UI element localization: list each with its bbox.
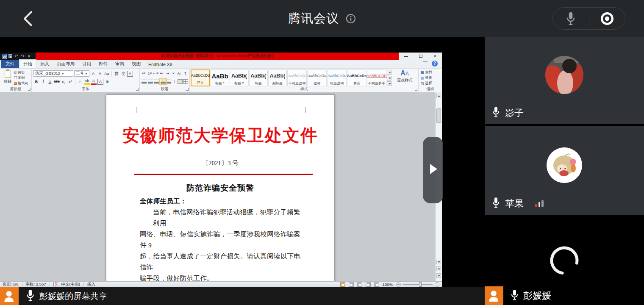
borders-button[interactable] [183, 79, 188, 84]
word-logo-icon[interactable]: W [2, 54, 7, 59]
tab-insert[interactable]: 插入 [36, 60, 53, 68]
help-icon[interactable]: ? [432, 61, 438, 67]
highlight-color-button[interactable]: ab [84, 78, 90, 85]
scroll-up-icon[interactable] [436, 94, 441, 98]
format-painter-button[interactable]: 格式刷 [14, 81, 30, 86]
show-marks-button[interactable]: ¶ [183, 70, 188, 77]
style-heading1[interactable]: AaBb标题 1 [211, 69, 229, 86]
spellcheck-icon[interactable] [53, 283, 58, 286]
find-button[interactable]: 查找 [421, 70, 440, 75]
paste-button[interactable]: 粘贴 [1, 69, 14, 86]
decrease-indent-button[interactable]: ⇤ [159, 70, 164, 77]
tab-review[interactable]: 审阅 [111, 60, 128, 68]
minimize-icon[interactable] [404, 56, 408, 57]
info-icon[interactable] [346, 14, 356, 24]
draft-view-button[interactable] [374, 282, 379, 287]
bold-button[interactable]: B [33, 78, 39, 85]
style-emphasis[interactable]: AaBbCcDd强调 [307, 69, 327, 86]
shading-button[interactable] [178, 79, 183, 84]
superscript-button[interactable]: x² [67, 78, 73, 85]
zoom-out-icon[interactable]: – [396, 282, 401, 287]
numbering-button[interactable]: 1≡ [147, 70, 153, 77]
microphone-icon[interactable] [25, 289, 35, 303]
justify-button[interactable] [161, 80, 166, 84]
next-page-icon[interactable] [436, 273, 441, 278]
bullets-button[interactable]: •≡ [141, 70, 147, 77]
sort-button[interactable]: A↓ [177, 70, 182, 77]
redo-icon[interactable]: ↷ [20, 53, 25, 59]
print-layout-view-button[interactable] [340, 282, 345, 287]
line-spacing-button[interactable]: ↕ [172, 78, 177, 85]
microphone-button[interactable] [553, 11, 589, 26]
font-size-combo[interactable]: 三号 [74, 70, 89, 77]
font-name-combo[interactable]: 仿宋_GB2312 [33, 70, 73, 77]
char-convert-button[interactable]: 变 [120, 70, 126, 77]
style-title[interactable]: AaBb(标题 [249, 69, 268, 86]
web-layout-view-button[interactable] [357, 282, 362, 287]
tab-page-layout[interactable]: 页面布局 [53, 60, 78, 68]
clear-formatting-button[interactable]: A [77, 78, 83, 85]
style-intense-emphasis[interactable]: AaBbCcDc明显强调 [327, 69, 347, 86]
save-icon[interactable] [8, 54, 12, 58]
style-strong[interactable]: AaBbCcDc要点 [347, 69, 366, 86]
change-case-button[interactable]: Aa [104, 70, 110, 77]
phonetic-guide-button[interactable]: 拼 [114, 70, 119, 77]
grow-font-button[interactable]: A [90, 70, 96, 77]
dialog-launcher-icon[interactable] [186, 88, 189, 91]
style-normal[interactable]: AaBbCcDd正文 [191, 69, 210, 86]
cut-button[interactable]: 剪切 [14, 70, 30, 75]
align-right-button[interactable] [154, 80, 159, 84]
font-color-button[interactable]: A [91, 78, 97, 85]
enclose-characters-button[interactable]: ⊕ [104, 78, 110, 85]
tab-endnote[interactable]: EndNote X8 [144, 61, 176, 68]
participant-tile[interactable]: 苹果 [485, 126, 644, 215]
record-button[interactable] [589, 12, 625, 25]
fullscreen-view-button[interactable] [349, 282, 354, 287]
document-page[interactable]: 安徽师范大学保卫处文件 〔2021〕3 号 防范诈骗安全预警 全体师生员工： 当… [106, 94, 335, 281]
tab-view[interactable]: 视图 [128, 60, 144, 68]
char-shading-button[interactable]: A [97, 79, 103, 85]
panel-expand-button[interactable] [423, 137, 443, 203]
zoom-in-icon[interactable]: + [435, 282, 439, 287]
undo-icon[interactable]: ↶ [14, 53, 19, 59]
underline-button[interactable]: U [47, 78, 53, 85]
zoom-thumb[interactable] [419, 282, 422, 287]
scrollbar-thumb[interactable] [436, 108, 441, 123]
change-styles-button[interactable]: AA 更改样式 [392, 69, 417, 86]
restore-icon[interactable] [419, 55, 422, 58]
style-heading2[interactable]: AaBb(标题 2 [230, 69, 248, 86]
style-subtle-emphasis[interactable]: AaBbCcDd不明显强调 [287, 69, 307, 86]
style-subtle-reference[interactable]: AABBCCDD不明显参考 [367, 69, 386, 86]
tab-home[interactable]: 开始 [19, 59, 36, 68]
scroll-down-icon[interactable] [436, 260, 441, 264]
increase-indent-button[interactable]: ⇥ [165, 70, 170, 77]
dialog-launcher-icon[interactable] [415, 88, 417, 91]
zoom-level[interactable]: 100% [383, 282, 393, 287]
participant-tile[interactable]: 彭媛媛 [485, 216, 644, 305]
italic-button[interactable]: I [40, 78, 46, 85]
asian-layout-button[interactable]: × [171, 70, 176, 77]
previous-page-icon[interactable] [436, 266, 441, 271]
dialog-launcher-icon[interactable] [136, 88, 139, 91]
align-center-button[interactable] [148, 80, 153, 84]
gallery-down-icon[interactable] [387, 76, 391, 80]
multilevel-list-button[interactable]: ⋯≡ [153, 70, 158, 77]
align-left-button[interactable] [142, 80, 147, 84]
outline-view-button[interactable] [366, 282, 371, 287]
distribute-button[interactable] [167, 80, 171, 84]
char-border-button[interactable]: A [127, 71, 133, 77]
tab-file[interactable]: 文件 [1, 60, 19, 68]
subscript-button[interactable]: x₂ [61, 78, 67, 85]
participant-tile[interactable]: 影子 [485, 37, 644, 124]
gallery-up-icon[interactable] [387, 70, 391, 75]
select-button[interactable]: 选择 [421, 81, 440, 86]
zoom-track[interactable] [403, 284, 433, 285]
replace-button[interactable]: 替换 [421, 75, 440, 80]
shrink-font-button[interactable]: A [97, 70, 103, 77]
tab-references[interactable]: 引用 [78, 60, 95, 68]
collapse-ribbon-icon[interactable] [423, 61, 427, 65]
style-subtitle[interactable]: AaBb(副标题 [268, 69, 287, 86]
strikethrough-button[interactable]: abc [54, 78, 60, 85]
copy-button[interactable]: 复制 [14, 75, 30, 80]
tab-mailings[interactable]: 邮件 [95, 60, 111, 68]
